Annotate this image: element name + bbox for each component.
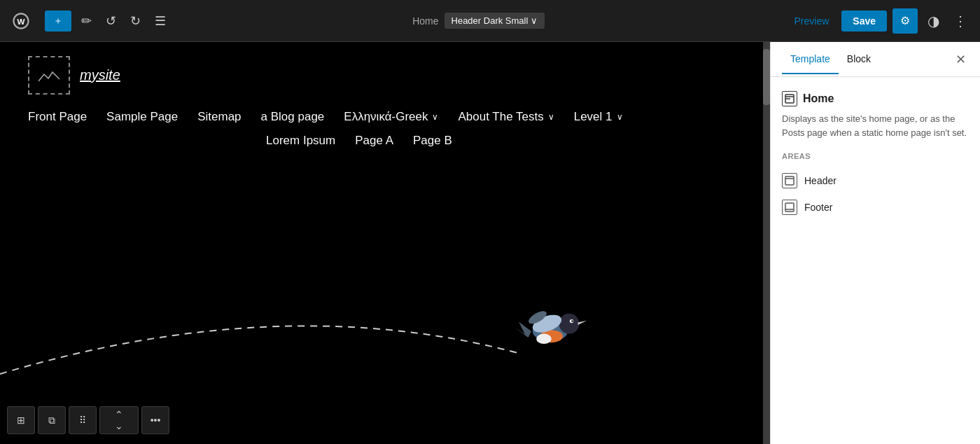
panel-body: Home Displays as the site's home page, o… bbox=[771, 77, 980, 444]
bottom-toolbar: ⊞ ⧉ ⠿ ⌃⌄ ••• bbox=[7, 406, 169, 434]
chevron-down-icon: ∨ bbox=[432, 112, 438, 122]
save-button[interactable]: Save bbox=[841, 11, 887, 32]
layout-icon: ⊞ bbox=[17, 415, 25, 426]
horizontal-ellipsis-icon: ••• bbox=[150, 415, 161, 426]
toolbar-right: Preview Save ⚙ ◑ ⋮ bbox=[788, 8, 972, 34]
nav-subitem-lorem[interactable]: Lorem Ipsum bbox=[266, 134, 335, 148]
nav-link-level1[interactable]: Level 1 ∨ bbox=[574, 110, 623, 124]
main-area: mysite Front Page Sample Page Sitemap bbox=[0, 42, 980, 444]
list-icon: ☰ bbox=[155, 13, 166, 29]
plus-icon: ＋ bbox=[53, 15, 63, 27]
header-icon bbox=[782, 173, 797, 188]
canvas-art bbox=[0, 262, 742, 388]
panel-close-button[interactable]: ✕ bbox=[953, 49, 969, 70]
preview-button[interactable]: Preview bbox=[788, 11, 836, 31]
drag-handle-button[interactable]: ⠿ bbox=[69, 406, 97, 434]
nav-link-sample-page[interactable]: Sample Page bbox=[106, 110, 178, 124]
chevron-down-icon: ∨ bbox=[548, 112, 554, 122]
svg-point-3 bbox=[559, 314, 580, 334]
toggle-view-button[interactable]: ⊞ bbox=[7, 406, 35, 434]
area-footer[interactable]: Footer bbox=[782, 194, 969, 221]
nav-subitem-page-a[interactable]: Page A bbox=[355, 134, 393, 148]
nav-item-blog[interactable]: a Blog page bbox=[261, 110, 325, 124]
chevron-down-icon: ∨ bbox=[531, 15, 538, 26]
svg-point-2 bbox=[533, 321, 568, 342]
breadcrumb-template-chip[interactable]: Header Dark Small ∨ bbox=[444, 13, 545, 29]
area-header[interactable]: Header bbox=[782, 167, 969, 194]
template-section-title: Home bbox=[803, 92, 834, 105]
nav-item-sample-page[interactable]: Sample Page bbox=[106, 110, 178, 124]
more-block-options-button[interactable]: ••• bbox=[141, 406, 169, 434]
site-logo[interactable] bbox=[28, 56, 70, 95]
gear-icon: ⚙ bbox=[900, 14, 910, 27]
svg-point-4 bbox=[540, 330, 563, 342]
pen-tool-button[interactable]: ✏ bbox=[77, 9, 96, 33]
right-panel: Template Block ✕ Home Displays as the si… bbox=[770, 42, 980, 444]
breadcrumb-home: Home bbox=[412, 15, 438, 27]
canvas-wrapper: mysite Front Page Sample Page Sitemap bbox=[0, 42, 770, 444]
contrast-icon: ◑ bbox=[927, 13, 939, 29]
nav-link-sitemap[interactable]: Sitemap bbox=[197, 110, 241, 124]
areas-label: AREAS bbox=[782, 152, 969, 160]
nav-link-page-b[interactable]: Page B bbox=[413, 134, 452, 147]
redo-button[interactable]: ↻ bbox=[126, 9, 145, 33]
undo-button[interactable]: ↺ bbox=[102, 9, 120, 33]
grid-icon: ⠿ bbox=[79, 415, 86, 426]
panel-section-heading: Home bbox=[782, 91, 969, 106]
breadcrumb-area: Home Header Dark Small ∨ bbox=[176, 13, 782, 29]
nav-menu: Front Page Sample Page Sitemap a Blog pa… bbox=[28, 103, 735, 151]
duplicate-icon: ⧉ bbox=[48, 415, 55, 426]
svg-rect-15 bbox=[785, 176, 794, 185]
nav-submenu-list: Lorem Ipsum Page A Page B bbox=[28, 131, 735, 151]
tab-template[interactable]: Template bbox=[782, 45, 839, 74]
nav-link-blog[interactable]: a Blog page bbox=[261, 110, 325, 124]
nav-item-greek[interactable]: Ελληνικά-Greek ∨ bbox=[344, 110, 438, 124]
area-header-label: Header bbox=[804, 175, 836, 186]
main-toolbar: W ＋ ✏ ↺ ↻ ☰ Home Header Dark Small ∨ Pre… bbox=[0, 0, 980, 42]
svg-point-7 bbox=[526, 309, 548, 326]
canvas-scrollbar[interactable] bbox=[763, 42, 770, 444]
site-title: mysite bbox=[80, 67, 120, 83]
theme-toggle-button[interactable]: ◑ bbox=[923, 8, 944, 34]
redo-icon: ↻ bbox=[130, 13, 141, 29]
tab-block[interactable]: Block bbox=[839, 45, 879, 74]
nav-link-greek[interactable]: Ελληνικά-Greek ∨ bbox=[344, 110, 438, 124]
svg-text:W: W bbox=[17, 16, 24, 25]
site-branding: mysite bbox=[28, 56, 735, 95]
up-down-icon: ⌃⌄ bbox=[115, 409, 123, 431]
nav-link-front-page[interactable]: Front Page bbox=[28, 110, 87, 124]
canvas[interactable]: mysite Front Page Sample Page Sitemap bbox=[0, 42, 763, 444]
template-icon bbox=[782, 91, 797, 106]
footer-icon bbox=[782, 200, 797, 215]
nav-link-lorem[interactable]: Lorem Ipsum bbox=[266, 134, 335, 147]
nav-subitem-page-b[interactable]: Page B bbox=[413, 134, 452, 148]
nav-item-sitemap[interactable]: Sitemap bbox=[197, 110, 241, 124]
nav-link-page-a[interactable]: Page A bbox=[355, 134, 393, 147]
template-description: Displays as the site's home page, or as … bbox=[782, 112, 969, 139]
pen-icon: ✏ bbox=[81, 13, 92, 29]
panel-tabs: Template Block ✕ bbox=[771, 42, 980, 77]
svg-rect-17 bbox=[785, 203, 794, 211]
wordpress-logo[interactable]: W bbox=[8, 8, 34, 34]
svg-point-10 bbox=[570, 319, 573, 323]
nav-item-front-page[interactable]: Front Page bbox=[28, 110, 87, 124]
duplicate-button[interactable]: ⧉ bbox=[38, 406, 66, 434]
nav-item-level1[interactable]: Level 1 ∨ bbox=[574, 110, 623, 124]
svg-point-5 bbox=[536, 334, 552, 344]
breadcrumb-template-label: Header Dark Small bbox=[451, 15, 528, 26]
svg-marker-9 bbox=[578, 321, 587, 325]
area-footer-label: Footer bbox=[804, 202, 832, 213]
scrollbar-thumb[interactable] bbox=[763, 49, 770, 105]
list-view-button[interactable]: ☰ bbox=[150, 9, 170, 33]
settings-button[interactable]: ⚙ bbox=[892, 8, 918, 34]
svg-marker-8 bbox=[516, 322, 532, 338]
site-header: mysite Front Page Sample Page Sitemap bbox=[0, 42, 763, 161]
move-up-down-button[interactable]: ⌃⌄ bbox=[99, 406, 139, 434]
nav-link-about-tests[interactable]: About The Tests ∨ bbox=[458, 110, 554, 124]
nav-menu-list: Front Page Sample Page Sitemap a Blog pa… bbox=[28, 103, 735, 131]
add-block-button[interactable]: ＋ bbox=[45, 11, 71, 32]
svg-point-11 bbox=[571, 320, 573, 322]
more-options-button[interactable]: ⋮ bbox=[949, 8, 972, 34]
chevron-down-icon: ∨ bbox=[617, 112, 623, 122]
nav-item-about-tests[interactable]: About The Tests ∨ bbox=[458, 110, 554, 124]
